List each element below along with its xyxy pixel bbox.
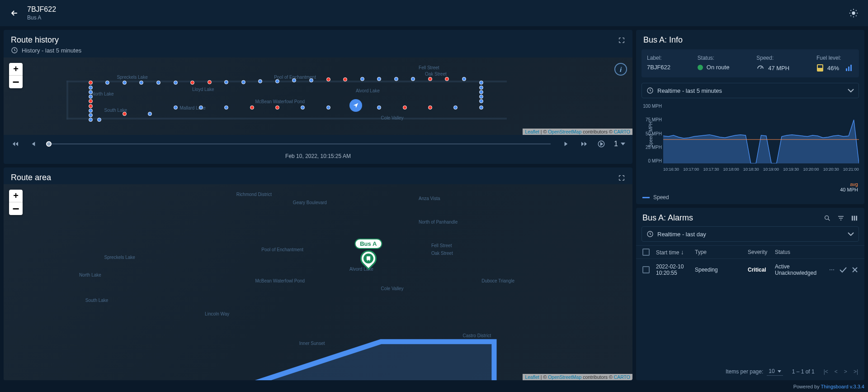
next-page-icon[interactable]: > <box>844 368 847 375</box>
items-per-page-select[interactable]: 10 <box>767 367 783 376</box>
fullscreen-icon[interactable] <box>618 174 625 182</box>
chart-icon[interactable] <box>845 64 854 72</box>
svg-point-14 <box>369 260 370 261</box>
osm-link[interactable]: OpenStreetMap <box>548 129 581 134</box>
svg-point-0 <box>852 11 855 14</box>
route-history-panel: Route history History - last 5 minutes S… <box>4 30 632 164</box>
legend-swatch <box>642 197 650 198</box>
carto-link[interactable]: CARTO <box>614 129 630 134</box>
svg-rect-17 <box>846 68 847 71</box>
ack-icon[interactable] <box>839 267 847 273</box>
rewind-icon[interactable] <box>11 139 20 148</box>
route-history-title: Route history <box>11 35 59 45</box>
map-info-icon[interactable]: i <box>614 63 627 76</box>
svg-rect-24 <box>854 215 855 220</box>
columns-icon[interactable] <box>851 215 858 222</box>
svg-line-3 <box>850 10 851 10</box>
alarm-row[interactable]: 2022-02-1010:20:55 Speeding Critical Act… <box>636 258 864 281</box>
info-title: Bus A: Info <box>643 35 683 45</box>
select-all-checkbox[interactable] <box>642 249 650 256</box>
legend-label: Speed <box>653 194 669 201</box>
map-attribution: Leaflet | © OpenStreetMap contributors ©… <box>523 374 632 380</box>
info-panel: Bus A: Info Label: 7BJF622 Status: On ro… <box>636 30 864 204</box>
chevron-down-icon <box>778 370 781 373</box>
avg-value: 40 MPH <box>840 187 858 192</box>
clock-icon <box>11 47 18 54</box>
zoom-out-button[interactable]: − <box>9 202 23 215</box>
svg-rect-25 <box>856 215 857 220</box>
alarms-panel: Bus A: Alarms Realtime - last day Start … <box>636 208 864 380</box>
page-range: 1 – 1 of 1 <box>792 368 815 375</box>
more-icon[interactable]: ⋯ <box>829 267 835 273</box>
prev-page-icon[interactable]: < <box>835 368 838 375</box>
bus-icon <box>365 255 372 262</box>
col-severity[interactable]: Severity <box>748 249 775 255</box>
prev-icon[interactable] <box>28 139 37 148</box>
avg-label: avg <box>840 182 858 187</box>
clock-icon <box>646 87 654 94</box>
play-icon[interactable] <box>597 139 606 148</box>
svg-rect-23 <box>852 215 853 220</box>
status-l: Status: <box>698 55 730 61</box>
col-start-time[interactable]: Start time ↓ <box>656 249 695 256</box>
svg-line-8 <box>856 10 856 10</box>
fuel-icon <box>816 64 824 72</box>
last-page-icon[interactable]: >| <box>854 368 858 375</box>
page-subtitle: Bus A <box>27 14 56 21</box>
svg-point-13 <box>367 260 368 261</box>
theme-toggle-icon[interactable] <box>848 8 859 19</box>
footer: Powered by Thingsboard v.3.3.4 <box>0 384 868 392</box>
zoom-out-button[interactable]: − <box>9 76 23 88</box>
svg-line-7 <box>850 15 851 16</box>
fastfwd-icon[interactable] <box>580 139 589 148</box>
bus-pin-label: Bus A <box>354 239 382 249</box>
route-area-map[interactable]: Richmond District Geary Boulevard Anza V… <box>4 184 632 380</box>
app-header: 7BJF622 Bus A <box>0 0 868 26</box>
playback-timestamp: Feb 10, 2022, 10:15:25 AM <box>4 153 632 164</box>
chevron-down-icon <box>848 89 854 92</box>
filter-icon[interactable] <box>837 215 844 222</box>
svg-rect-19 <box>850 65 852 71</box>
route-history-map[interactable]: Spreckels Lake North Lake South Lake Llo… <box>4 57 632 135</box>
chevron-down-icon <box>621 143 625 145</box>
footer-link[interactable]: Thingsboard v.3.3.4 <box>821 384 864 389</box>
chevron-down-icon <box>848 232 854 236</box>
col-status[interactable]: Status <box>775 249 822 255</box>
col-type[interactable]: Type <box>695 249 748 255</box>
page-title: 7BJF622 <box>27 5 56 14</box>
alarm-pager: Items per page: 10 1 – 1 of 1 |< < > >| <box>636 363 864 380</box>
speed-chart[interactable]: Speed, MPH 100 MPH75 MPH50 MPH25 MPH0 MP… <box>642 104 859 176</box>
fullscreen-icon[interactable] <box>618 37 625 44</box>
vehicle-marker-icon <box>349 99 362 112</box>
route-area-panel: Route area Richmond District Geary Boule… <box>4 167 632 380</box>
svg-rect-16 <box>818 68 822 71</box>
first-page-icon[interactable]: |< <box>824 368 828 375</box>
fuel-v: 46% <box>827 65 839 72</box>
next-icon[interactable] <box>562 139 571 148</box>
clock-icon <box>646 230 654 238</box>
clear-icon[interactable] <box>852 267 858 273</box>
alarm-table-header: Start time ↓ Type Severity Status <box>636 245 864 258</box>
status-v: On route <box>707 64 730 71</box>
route-area-title: Route area <box>11 173 51 182</box>
alarms-range-select[interactable]: Realtime - last day <box>642 226 859 242</box>
leaflet-link[interactable]: Leaflet <box>525 129 539 134</box>
row-checkbox[interactable] <box>642 266 650 273</box>
back-icon[interactable] <box>9 8 20 19</box>
status-dot-icon <box>698 65 703 70</box>
label-l: Label: <box>647 55 670 61</box>
bus-map-pin[interactable]: Bus A <box>360 250 377 267</box>
zoom-controls: + − <box>9 190 23 215</box>
realtime-range-select[interactable]: Realtime - last 5 minutes <box>642 83 859 98</box>
timeline-slider[interactable] <box>49 143 551 144</box>
zoom-in-button[interactable]: + <box>9 190 23 202</box>
search-icon[interactable] <box>824 215 831 222</box>
playback-speed-select[interactable]: 1 <box>614 140 625 148</box>
fuel-l: Fuel level: <box>816 55 854 61</box>
label-v: 7BJF622 <box>647 64 670 71</box>
zoom-in-button[interactable]: + <box>9 63 23 76</box>
playback-controls: 1 <box>4 135 632 153</box>
map-attribution: Leaflet | © OpenStreetMap contributors ©… <box>523 129 632 135</box>
svg-rect-12 <box>367 256 370 260</box>
alarms-title: Bus A: Alarms <box>642 213 693 223</box>
